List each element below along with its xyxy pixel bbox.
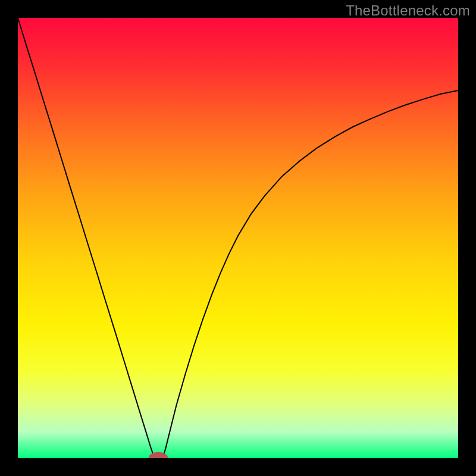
plot-area [18, 18, 458, 458]
gradient-background [18, 18, 458, 458]
plot-svg [18, 18, 458, 458]
chart-frame: TheBottleneck.com [0, 0, 476, 476]
watermark-text: TheBottleneck.com [346, 2, 470, 19]
